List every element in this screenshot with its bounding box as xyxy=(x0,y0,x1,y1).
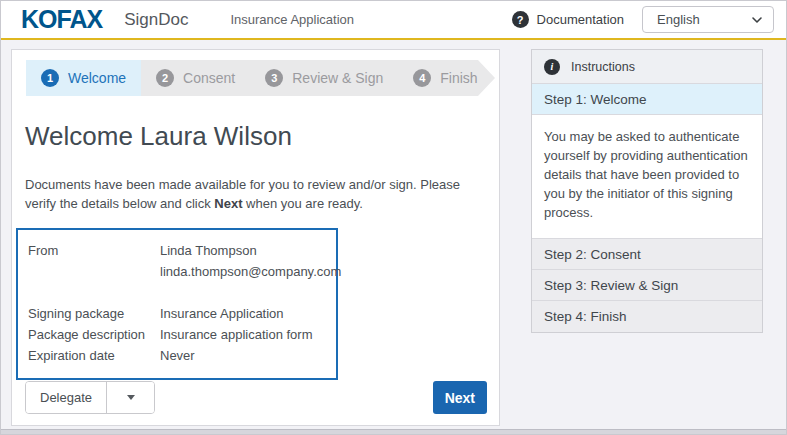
document-title: Insurance Application xyxy=(230,12,354,27)
step-label: Finish xyxy=(440,70,477,86)
wizard-step-welcome[interactable]: 1 Welcome xyxy=(26,60,141,96)
delegate-split-button: Delegate xyxy=(25,381,155,414)
intro-text-next-bold: Next xyxy=(214,196,242,211)
detail-value: Insurance application form xyxy=(160,324,332,345)
intro-text: Documents have been made available for y… xyxy=(25,175,485,213)
step-label: Welcome xyxy=(68,70,126,86)
welcome-heading: Welcome Laura Wilson xyxy=(25,121,485,152)
signdoc-page: KOFAX SignDoc Insurance Application ? Do… xyxy=(0,0,787,435)
card-footer: Delegate Next xyxy=(25,381,487,414)
language-select[interactable]: English xyxy=(642,6,774,33)
language-selected-value: English xyxy=(657,12,751,27)
delegate-button[interactable]: Delegate xyxy=(26,382,106,413)
expiration-value: Never xyxy=(160,345,332,366)
documentation-label: Documentation xyxy=(537,12,624,27)
step-number-badge: 2 xyxy=(156,69,174,87)
step-wizard: 1 Welcome 2 Consent 3 Review & Sign 4 Fi… xyxy=(26,60,495,96)
caret-down-icon xyxy=(127,395,135,400)
help-question-icon: ? xyxy=(512,11,529,28)
sidebar-step-3-review-sign[interactable]: Step 3: Review & Sign xyxy=(532,270,762,301)
instructions-sidebar: i Instructions Step 1: Welcome You may b… xyxy=(531,49,763,333)
detail-label: Expiration date xyxy=(28,345,160,366)
detail-row-signing-package: Signing package Insurance Application xyxy=(28,303,332,324)
detail-row-package-description: Package description Insurance applicatio… xyxy=(28,324,332,345)
documentation-link[interactable]: ? Documentation xyxy=(512,11,624,28)
step-label: Review & Sign xyxy=(292,70,383,86)
intro-text-after: when you are ready. xyxy=(243,196,363,211)
package-name: Insurance Application xyxy=(160,303,332,324)
detail-label: Package description xyxy=(28,324,160,345)
package-description: Insurance application form xyxy=(160,324,332,345)
chevron-down-icon xyxy=(751,14,763,26)
wizard-step-finish[interactable]: 4 Finish xyxy=(398,60,492,96)
sender-email: linda.thompson@company.com xyxy=(160,261,341,282)
bottom-bar xyxy=(1,429,786,434)
sidebar-step-4-finish[interactable]: Step 4: Finish xyxy=(532,301,762,332)
main-card: 1 Welcome 2 Consent 3 Review & Sign 4 Fi… xyxy=(11,49,500,426)
detail-row-expiration-date: Expiration date Never xyxy=(28,345,332,366)
package-details-box: From Linda Thompson linda.thompson@compa… xyxy=(16,228,338,380)
wizard-step-review-sign[interactable]: 3 Review & Sign xyxy=(250,60,398,96)
info-icon: i xyxy=(544,59,560,75)
detail-label: From xyxy=(28,240,160,282)
step-number-badge: 1 xyxy=(41,69,59,87)
detail-value: Linda Thompson linda.thompson@company.co… xyxy=(160,240,341,282)
content-area: 1 Welcome 2 Consent 3 Review & Sign 4 Fi… xyxy=(1,42,786,434)
instructions-title: Instructions xyxy=(571,60,635,74)
product-name: SignDoc xyxy=(124,10,188,30)
next-button[interactable]: Next xyxy=(433,381,487,414)
detail-row-from: From Linda Thompson linda.thompson@compa… xyxy=(28,240,332,282)
detail-label: Signing package xyxy=(28,303,160,324)
kofax-logo: KOFAX xyxy=(21,5,102,34)
step-number-badge: 3 xyxy=(265,69,283,87)
wizard-step-consent[interactable]: 2 Consent xyxy=(141,60,250,96)
instructions-header[interactable]: i Instructions xyxy=(532,50,762,84)
detail-value: Insurance Application xyxy=(160,303,332,324)
step-number-badge: 4 xyxy=(413,69,431,87)
detail-value: Never xyxy=(160,345,332,366)
app-header: KOFAX SignDoc Insurance Application ? Do… xyxy=(1,1,786,40)
sender-name: Linda Thompson xyxy=(160,240,341,261)
sidebar-step-1-welcome[interactable]: Step 1: Welcome xyxy=(532,84,762,115)
sidebar-step-2-consent[interactable]: Step 2: Consent xyxy=(532,239,762,270)
step-1-description: You may be asked to authenticate yoursel… xyxy=(532,115,762,239)
delegate-menu-button[interactable] xyxy=(106,382,154,413)
step-label: Consent xyxy=(183,70,235,86)
